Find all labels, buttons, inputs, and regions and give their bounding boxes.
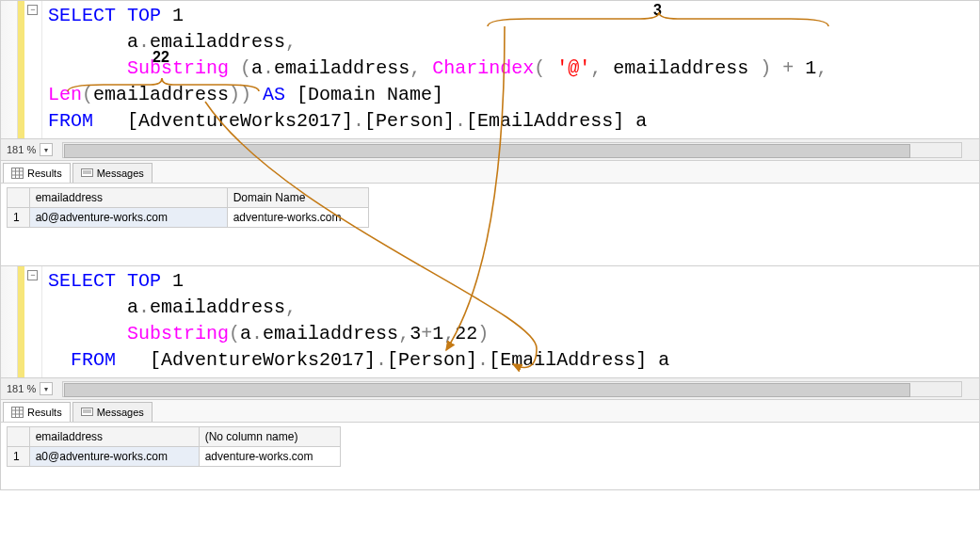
col-header-noname[interactable]: (No column name): [199, 427, 340, 447]
row-header-blank: [8, 188, 30, 208]
col-header-domain[interactable]: Domain Name: [227, 188, 368, 208]
fold-minus-icon[interactable]: −: [27, 5, 38, 15]
tab-messages[interactable]: Messages: [72, 402, 153, 422]
bottom-horizontal-scrollbar[interactable]: [62, 381, 962, 397]
top-code-editor[interactable]: − SELECT TOP 1 a.emailaddress, Substring…: [0, 0, 980, 139]
bottom-code-text[interactable]: SELECT TOP 1 a.emailaddress, Substring(a…: [42, 266, 979, 377]
bottom-result-tabs: Results Messages: [0, 400, 980, 423]
col-header-email[interactable]: emailaddress: [29, 188, 227, 208]
tab-messages[interactable]: Messages: [72, 163, 153, 183]
row-number[interactable]: 1: [8, 447, 30, 467]
top-horizontal-scrollbar[interactable]: [62, 142, 962, 158]
tab-results-label: Results: [27, 407, 62, 418]
tab-results[interactable]: Results: [3, 402, 71, 422]
cell-domain[interactable]: adventure-works.com: [227, 208, 368, 228]
tab-messages-label: Messages: [97, 407, 144, 418]
bottom-zoom-bar: 181 % ▾: [0, 378, 980, 400]
cell-domain[interactable]: adventure-works.com: [199, 447, 340, 467]
row-header-blank: [8, 427, 30, 447]
svg-rect-8: [12, 408, 24, 418]
row-number[interactable]: 1: [8, 208, 30, 228]
tab-results[interactable]: Results: [3, 163, 71, 183]
svg-rect-0: [12, 168, 24, 179]
bottom-results-grid[interactable]: emailaddress (No column name) 1 a0@adven…: [0, 423, 980, 490]
top-zoom-value: 181 %: [1, 144, 40, 155]
zoom-dropdown-icon[interactable]: ▾: [40, 143, 53, 156]
messages-icon: [81, 407, 93, 418]
messages-icon: [81, 168, 93, 179]
cell-email[interactable]: a0@adventure-works.com: [29, 208, 227, 228]
tab-results-label: Results: [27, 168, 62, 179]
grid-icon: [11, 168, 24, 179]
top-code-text[interactable]: SELECT TOP 1 a.emailaddress, Substring (…: [42, 1, 979, 138]
top-zoom-bar: 181 % ▾: [0, 139, 980, 161]
zoom-dropdown-icon[interactable]: ▾: [40, 382, 53, 395]
top-result-tabs: Results Messages: [0, 161, 980, 184]
col-header-email[interactable]: emailaddress: [29, 427, 199, 447]
bottom-zoom-value: 181 %: [1, 383, 40, 394]
tab-messages-label: Messages: [97, 168, 144, 179]
bottom-code-editor[interactable]: − SELECT TOP 1 a.emailaddress, Substring…: [0, 266, 980, 378]
fold-minus-icon[interactable]: −: [27, 270, 38, 280]
editor-gutter: −: [1, 266, 42, 377]
editor-gutter: −: [1, 1, 42, 138]
grid-icon: [11, 407, 24, 418]
cell-email[interactable]: a0@adventure-works.com: [29, 447, 199, 467]
top-results-grid[interactable]: emailaddress Domain Name 1 a0@adventure-…: [0, 184, 980, 266]
